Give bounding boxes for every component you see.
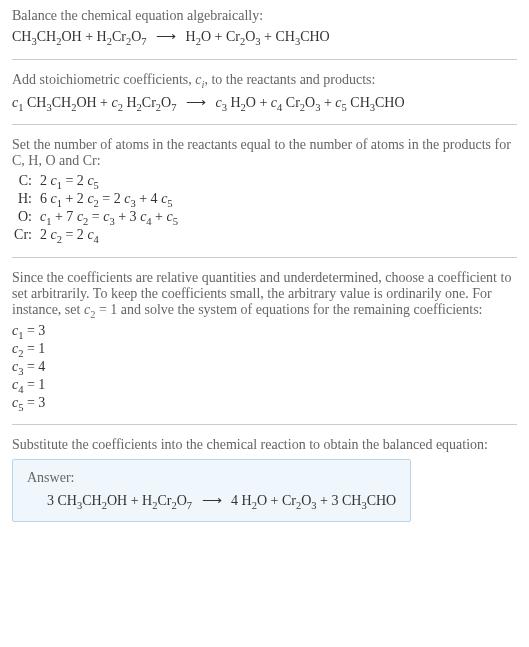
- atom-row: C:2 c1 = 2 c5: [12, 173, 517, 191]
- coefficient-list: c1 = 3c2 = 1c3 = 4c4 = 1c5 = 3: [12, 323, 517, 412]
- divider: [12, 59, 517, 60]
- prompt-text: Set the number of atoms in the reactants…: [12, 137, 517, 169]
- prompt-text: Since the coefficients are relative quan…: [12, 270, 517, 320]
- divider: [12, 257, 517, 258]
- atom-row: H:6 c1 + 2 c2 = 2 c3 + 4 c5: [12, 191, 517, 209]
- atom-balance-table: C:2 c1 = 2 c5H:6 c1 + 2 c2 = 2 c3 + 4 c5…: [12, 173, 517, 244]
- atom-label: H:: [12, 191, 40, 207]
- atom-equation: c1 + 7 c2 = c3 + 3 c4 + c5: [40, 209, 178, 227]
- section-add-coefficients: Add stoichiometric coefficients, ci, to …: [12, 72, 517, 113]
- unbalanced-equation: CH3CH2OH + H2Cr2O7 ⟶ H2O + Cr2O3 + CH3CH…: [12, 28, 517, 47]
- prompt-text: Substitute the coefficients into the che…: [12, 437, 517, 453]
- answer-box: Answer: 3 CH3CH2OH + H2Cr2O7 ⟶ 4 H2O + C…: [12, 459, 411, 522]
- section-substitute: Substitute the coefficients into the che…: [12, 437, 517, 453]
- coefficient-row: c1 = 3: [12, 323, 517, 341]
- answer-label: Answer:: [27, 470, 396, 486]
- coefficient-row: c4 = 1: [12, 377, 517, 395]
- atom-equation: 6 c1 + 2 c2 = 2 c3 + 4 c5: [40, 191, 173, 209]
- divider: [12, 124, 517, 125]
- atom-row: Cr:2 c2 = 2 c4: [12, 227, 517, 245]
- atom-label: Cr:: [12, 227, 40, 243]
- coefficient-row: c2 = 1: [12, 341, 517, 359]
- section-atom-balance: Set the number of atoms in the reactants…: [12, 137, 517, 244]
- coefficient-row: c3 = 4: [12, 359, 517, 377]
- arrow-icon: ⟶: [202, 493, 222, 508]
- divider: [12, 424, 517, 425]
- atom-equation: 2 c1 = 2 c5: [40, 173, 99, 191]
- section-balance-prompt: Balance the chemical equation algebraica…: [12, 8, 517, 47]
- section-solve-coefficients: Since the coefficients are relative quan…: [12, 270, 517, 413]
- prompt-text: Balance the chemical equation algebraica…: [12, 8, 517, 24]
- coefficient-row: c5 = 3: [12, 395, 517, 413]
- atom-label: C:: [12, 173, 40, 189]
- arrow-icon: ⟶: [156, 29, 176, 44]
- balanced-equation: 3 CH3CH2OH + H2Cr2O7 ⟶ 4 H2O + Cr2O3 + 3…: [27, 492, 396, 511]
- atom-equation: 2 c2 = 2 c4: [40, 227, 99, 245]
- prompt-text: Add stoichiometric coefficients, ci, to …: [12, 72, 517, 90]
- atom-row: O:c1 + 7 c2 = c3 + 3 c4 + c5: [12, 209, 517, 227]
- arrow-icon: ⟶: [186, 95, 206, 110]
- coefficient-equation: c1 CH3CH2OH + c2 H2Cr2O7 ⟶ c3 H2O + c4 C…: [12, 94, 517, 113]
- atom-label: O:: [12, 209, 40, 225]
